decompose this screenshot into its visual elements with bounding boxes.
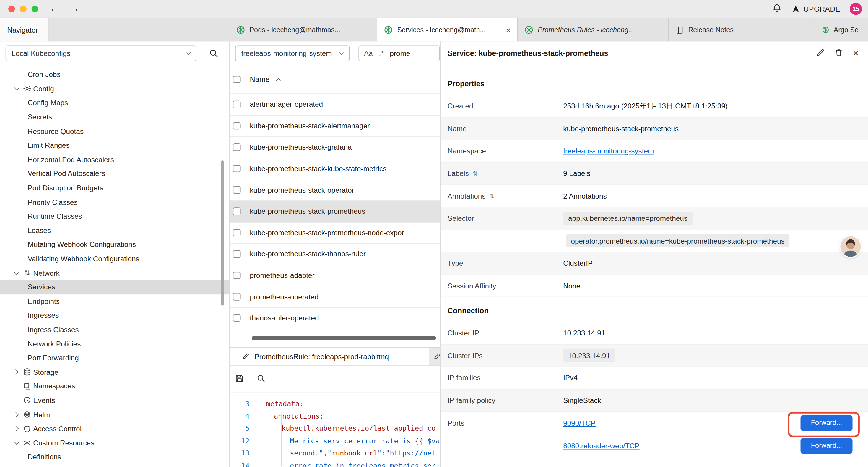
editor-tab-partial[interactable] [429, 348, 441, 365]
yaml-editor[interactable]: 3 metadata: 4 annotations: 5 kubectl.kub… [229, 392, 441, 467]
chevron-right-icon [12, 413, 21, 416]
service-row[interactable]: kube-prometheus-stack-thanos-ruler [229, 243, 440, 265]
expand-toggle-icon[interactable]: ⇅ [473, 170, 478, 177]
row-checkbox[interactable] [233, 165, 240, 172]
sidebar-item-events[interactable]: Events [0, 393, 229, 408]
sidebar-item-horizontal-pod-autoscalers[interactable]: Horizontal Pod Autoscalers [0, 152, 229, 167]
sidebar-item-network-policies[interactable]: Network Policies [0, 337, 229, 351]
sidebar-item-config-maps[interactable]: Config Maps [0, 96, 229, 110]
sidebar-item-port-forwarding[interactable]: Port Forwarding [0, 351, 229, 365]
tab-close-icon[interactable]: × [501, 25, 510, 35]
delete-icon[interactable] [835, 48, 843, 59]
tab-argo[interactable]: Argo Se [815, 18, 865, 42]
sidebar-item-priority-classes[interactable]: Priority Classes [0, 195, 229, 209]
horizontal-scrollbar[interactable] [252, 336, 436, 341]
service-row-selected[interactable]: kube-prometheus-stack-prometheus [229, 201, 440, 222]
sidebar-item-leases[interactable]: Leases [0, 224, 229, 238]
service-row[interactable]: kube-prometheus-stack-kube-state-metrics [229, 158, 440, 179]
row-checkbox[interactable] [233, 207, 240, 215]
sidebar-item-ingress-classes[interactable]: Ingress Classes [0, 322, 229, 337]
kubeconfig-select-value: Local Kubeconfigs [11, 49, 70, 57]
sidebar-item-validating-webhook-configurations[interactable]: Validating Webhook Configurations [0, 252, 229, 266]
row-checkbox[interactable] [233, 186, 240, 194]
sidebar-item-access-control[interactable]: Access Control [0, 422, 229, 436]
upgrade-button[interactable]: UPGRADE [791, 4, 840, 13]
save-icon[interactable] [235, 374, 244, 384]
service-row[interactable]: kube-prometheus-stack-prometheus-node-ex… [229, 222, 440, 243]
row-checkbox[interactable] [233, 293, 240, 300]
service-row[interactable]: kube-prometheus-stack-alertmanager [229, 116, 440, 137]
search-icon[interactable] [257, 374, 266, 384]
back-icon[interactable]: ← [50, 4, 59, 13]
namespace-select[interactable]: freeleaps-monitoring-system [235, 45, 350, 61]
match-case-toggle[interactable]: Aa [364, 49, 373, 57]
regex-toggle[interactable]: .* [379, 49, 383, 57]
sidebar-item-config[interactable]: Config [0, 82, 229, 96]
sidebar-item-vertical-pod-autoscalers[interactable]: Vertical Pod Autoscalers [0, 167, 229, 181]
namespace-link[interactable]: freeleaps-monitoring-system [563, 147, 654, 155]
sidebar-item-helm[interactable]: Helm [0, 408, 229, 422]
window-close-button[interactable] [8, 6, 15, 12]
tab-release-notes[interactable]: Release Notes [669, 18, 815, 42]
port-link[interactable]: 8080:reloader-web/TCP [563, 442, 639, 450]
tab-prometheus-rules[interactable]: Prometheus Rules - icecheng... [518, 18, 669, 42]
notification-badge[interactable]: 15 [850, 3, 862, 15]
chevron-down-icon [186, 49, 191, 55]
editor-tab-prometheusrule[interactable]: PrometheusRule: freeleaps-prod-rabbitmq [229, 348, 429, 365]
sidebar-item-endpoints[interactable]: Endpoints [0, 294, 229, 308]
window-zoom-button[interactable] [32, 6, 38, 12]
service-row[interactable]: alertmanager-operated [229, 94, 440, 115]
filter-input[interactable]: Aa .* prome [359, 45, 440, 61]
tab-pods[interactable]: Pods - icecheng@mathmas... [229, 18, 377, 42]
column-header-name[interactable]: Name [250, 76, 270, 84]
row-checkbox[interactable] [233, 122, 240, 129]
bell-icon[interactable] [772, 3, 781, 14]
service-row[interactable]: kube-prometheus-stack-grafana [229, 137, 440, 158]
sidebar-item-mutating-webhook-configurations[interactable]: Mutating Webhook Configurations [0, 238, 229, 252]
sidebar-item-limit-ranges[interactable]: Limit Ranges [0, 138, 229, 152]
navigator-panel-tab[interactable]: Navigator [0, 18, 49, 42]
window-minimize-button[interactable] [20, 6, 26, 12]
close-icon[interactable]: × [852, 48, 859, 58]
sidebar-item-resource-quotas[interactable]: Resource Quotas [0, 124, 229, 138]
sidebar-item-definitions[interactable]: Definitions [0, 450, 229, 464]
avatar[interactable] [840, 236, 861, 257]
search-icon[interactable] [209, 49, 219, 60]
port-link[interactable]: 9090/TCP [563, 419, 596, 428]
sort-ascending-icon[interactable] [276, 78, 281, 83]
forward-button[interactable]: Forward... [801, 437, 852, 454]
created-value: 253d 16h 6m ago (2025年1月13日 GMT+8 1:25:3… [563, 101, 728, 111]
select-all-checkbox[interactable] [233, 76, 240, 83]
row-checkbox[interactable] [233, 315, 240, 322]
service-row[interactable]: kube-prometheus-stack-operator [229, 179, 440, 201]
tab-services[interactable]: Services - icecheng@math... × [377, 18, 518, 42]
sidebar-item-custom-resources[interactable]: Custom Resources [0, 436, 229, 450]
gear-icon [21, 85, 33, 92]
row-checkbox[interactable] [233, 229, 240, 236]
detail-row-labels: Labels⇅ 9 Labels [441, 163, 868, 185]
sidebar-item-runtime-classes[interactable]: Runtime Classes [0, 209, 229, 224]
kubeconfig-select[interactable]: Local Kubeconfigs [6, 45, 196, 61]
row-checkbox[interactable] [233, 101, 240, 108]
sidebar-item-storage[interactable]: Storage [0, 365, 229, 379]
tab-label: Pods - icecheng@mathmas... [249, 26, 340, 34]
sidebar-item-services[interactable]: Services [0, 280, 229, 294]
sidebar-item-network[interactable]: Network [0, 266, 229, 280]
row-checkbox[interactable] [233, 272, 240, 279]
sidebar-scrollbar[interactable] [221, 160, 224, 305]
selector-chip: operator.prometheus.io/name=kube-prometh… [566, 234, 790, 248]
row-checkbox[interactable] [233, 143, 240, 151]
expand-toggle-icon[interactable]: ⇅ [490, 193, 495, 200]
sidebar-item-pod-disruption-budgets[interactable]: Pod Disruption Budgets [0, 181, 229, 195]
row-checkbox[interactable] [233, 250, 240, 258]
edit-icon[interactable] [816, 48, 825, 59]
forward-icon[interactable]: → [70, 4, 79, 13]
service-row[interactable]: thanos-ruler-operated [229, 308, 440, 329]
service-row[interactable]: prometheus-adapter [229, 265, 440, 286]
sidebar-item-ingresses[interactable]: Ingresses [0, 308, 229, 322]
list-header: Name [229, 65, 440, 94]
service-row[interactable]: prometheus-operated [229, 286, 440, 308]
sidebar-item-secrets[interactable]: Secrets [0, 110, 229, 124]
sidebar-item-namespaces[interactable]: Namespaces [0, 379, 229, 393]
sidebar-item-cron-jobs[interactable]: Cron Jobs [0, 67, 229, 82]
